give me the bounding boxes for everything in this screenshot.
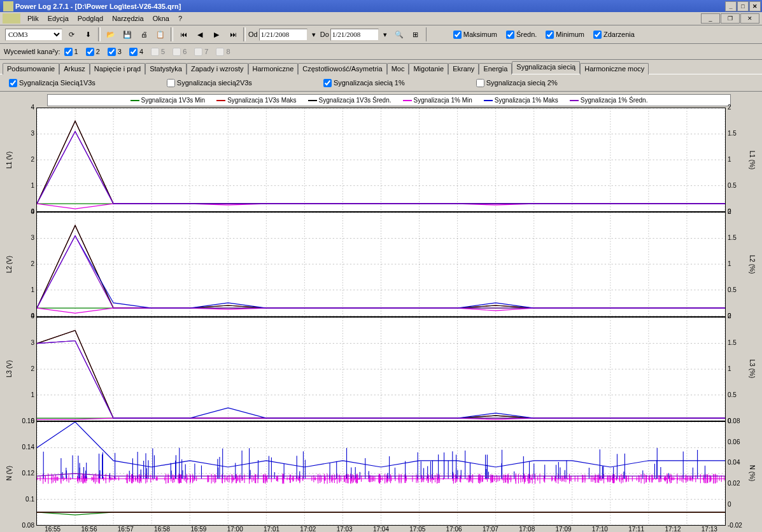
channel-4[interactable]: 4 — [125, 48, 147, 56]
connect-button[interactable]: ⟳ — [64, 27, 79, 42]
minimize-button[interactable]: _ — [725, 1, 737, 11]
menu-file[interactable]: Plik — [23, 14, 43, 23]
next-button[interactable]: ▶ — [209, 27, 224, 42]
tab-sheet[interactable]: Arkusz — [59, 63, 90, 74]
menu-windows[interactable]: Okna — [148, 14, 174, 23]
events-checkbox[interactable]: Zdarzenia — [589, 31, 639, 39]
subopt-2pct[interactable]: Sygnalizacja siecią 2% — [472, 79, 561, 87]
chart-legend: Sygnalizacja 1V3s Min Sygnalizacja 1V3s … — [47, 94, 731, 106]
tab-power[interactable]: Moc — [387, 63, 409, 74]
channel-3[interactable]: 3 — [104, 48, 125, 56]
channel-8[interactable]: 8 — [212, 48, 234, 56]
prev-button[interactable]: ◀ — [192, 27, 208, 42]
tab-dips[interactable]: Zapady i wzrosty — [187, 63, 248, 74]
channel-6[interactable]: 6 — [169, 48, 190, 56]
menu-bar: Plik Edycja Podgląd Narzędzia Okna ? _ ❐… — [0, 12, 762, 25]
tab-frequency[interactable]: Częstotliowość/Asymetria — [298, 63, 386, 74]
mdi-restore-button[interactable]: ❐ — [721, 13, 740, 24]
chart-L2[interactable] — [36, 212, 726, 316]
tab-voltage-current[interactable]: Napięcie i prąd — [90, 63, 145, 74]
tab-bar: Podsumowanie Arkusz Napięcie i prąd Stat… — [0, 60, 762, 74]
first-button[interactable]: ⏮ — [176, 27, 191, 42]
close-button[interactable]: ✕ — [749, 1, 761, 11]
mdi-minimize-button[interactable]: _ — [701, 13, 720, 24]
window-title: Power Log 2.7.1 - [D:\Power Log\test-V26… — [15, 3, 181, 10]
chart-N[interactable] — [36, 421, 726, 526]
channel-5[interactable]: 5 — [147, 48, 169, 56]
tab-energy[interactable]: Energia — [479, 63, 512, 74]
date-from-input[interactable] — [259, 29, 307, 41]
menu-edit[interactable]: Edycja — [43, 14, 73, 23]
export-button[interactable]: 📋 — [153, 27, 168, 42]
subopt-2v3s[interactable]: Sygnalizacja siecią2V3s — [163, 79, 256, 87]
maximize-button[interactable]: □ — [737, 1, 749, 11]
menu-help[interactable]: ? — [174, 14, 187, 23]
doc-icon — [3, 13, 20, 24]
tab-screens[interactable]: Ekrany — [448, 63, 479, 74]
tab-harmonics[interactable]: Harmoniczne — [248, 63, 299, 74]
tab-summary[interactable]: Podsumowanie — [3, 63, 59, 74]
fit-button[interactable]: ⊞ — [408, 27, 423, 42]
chart-area: Sygnalizacja 1V3s Min Sygnalizacja 1V3s … — [0, 92, 762, 532]
subopt-1pct[interactable]: Sygnalizacja siecią 1% — [320, 79, 409, 87]
channels-label: Wycewietl kana²y: — [4, 48, 60, 55]
download-button[interactable]: ⬇ — [80, 27, 95, 42]
channel-1[interactable]: 1 — [60, 48, 82, 56]
menu-tools[interactable]: Narzędzia — [108, 14, 148, 23]
maximum-checkbox[interactable]: Maksimum — [449, 31, 501, 39]
com-port-select[interactable]: COM3 — [5, 29, 62, 41]
average-checkbox[interactable]: Średn. — [502, 31, 540, 39]
app-icon — [3, 1, 13, 11]
open-button[interactable]: 📂 — [103, 27, 118, 42]
from-label: Od — [248, 31, 258, 38]
minimum-checkbox[interactable]: Minimum — [542, 31, 588, 39]
menu-view[interactable]: Podgląd — [73, 14, 108, 23]
last-button[interactable]: ⏭ — [225, 27, 241, 42]
zoom-button[interactable]: 🔍 — [392, 27, 407, 42]
subopt-1v3s[interactable]: Sygnalizacja Siecią1V3s — [5, 79, 99, 87]
chart-L3[interactable] — [36, 317, 726, 421]
date-to-dropdown[interactable]: ▾ — [380, 27, 390, 42]
sub-options: Sygnalizacja Siecią1V3s Sygnalizacja sie… — [0, 74, 762, 92]
channels-bar: Wycewietl kana²y: 1 2 3 4 5 6 7 8 — [0, 44, 762, 60]
channel-2[interactable]: 2 — [82, 48, 104, 56]
tab-flicker[interactable]: Migotanie — [409, 63, 448, 74]
channel-7[interactable]: 7 — [190, 48, 212, 56]
date-to-input[interactable] — [330, 29, 379, 41]
save-button[interactable]: 💾 — [120, 27, 135, 42]
title-bar: Power Log 2.7.1 - [D:\Power Log\test-V26… — [0, 0, 762, 12]
mdi-close-button[interactable]: ✕ — [740, 13, 759, 24]
chart-L1[interactable] — [36, 108, 726, 212]
tab-power-harmonics[interactable]: Harmoniczne mocy — [580, 63, 649, 74]
tab-statistics[interactable]: Statystyka — [145, 63, 187, 74]
date-from-dropdown[interactable]: ▾ — [309, 27, 319, 42]
print-button[interactable]: 🖨 — [136, 27, 152, 42]
to-label: Do — [320, 31, 329, 38]
toolbar: COM3 ⟳ ⬇ 📂 💾 🖨 📋 ⏮ ◀ ▶ ⏭ Od ▾ Do ▾ 🔍 ⊞ M… — [0, 25, 762, 44]
tab-mains-signalling[interactable]: Sygnalizacja siecią — [512, 61, 580, 74]
